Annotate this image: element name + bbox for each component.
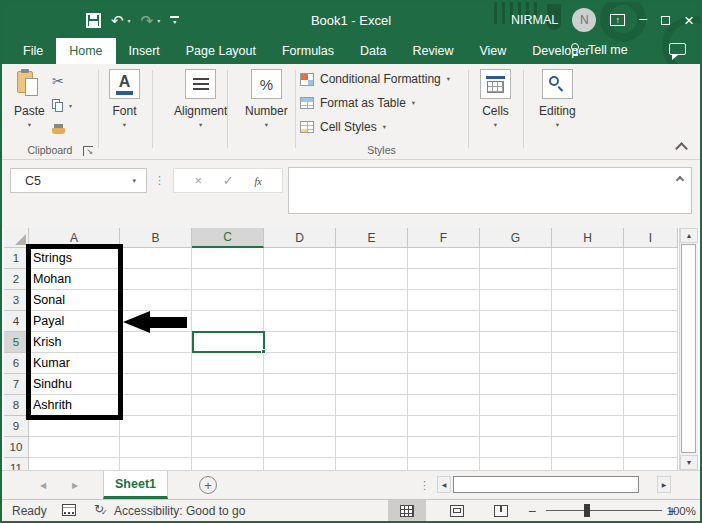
cell-H11[interactable]	[552, 458, 624, 470]
fill-handle[interactable]	[261, 349, 266, 354]
cell-H1[interactable]	[552, 248, 624, 269]
cell-G4[interactable]	[480, 311, 552, 332]
conditional-formatting-button[interactable]: Conditional Formatting▾	[300, 72, 450, 86]
cell-G5[interactable]	[480, 332, 552, 353]
format-painter-button[interactable]	[52, 118, 92, 140]
row-header-10[interactable]: 10	[4, 437, 29, 458]
cell-F4[interactable]	[408, 311, 480, 332]
cell-I4[interactable]	[624, 311, 678, 332]
cell-D9[interactable]	[264, 416, 336, 437]
cell-A11[interactable]	[29, 458, 120, 470]
cell-C4[interactable]	[192, 311, 264, 332]
number-button[interactable]: % Number ▾	[245, 69, 288, 129]
maximize-button[interactable]	[661, 16, 670, 25]
cell-I1[interactable]	[624, 248, 678, 269]
sheet-nav-left-icon[interactable]: ◀	[40, 471, 46, 499]
zoom-level[interactable]: 100%	[667, 500, 696, 521]
cell-F7[interactable]	[408, 374, 480, 395]
editing-button[interactable]: Editing ▾	[539, 69, 576, 129]
cell-B6[interactable]	[120, 353, 192, 374]
cell-H5[interactable]	[552, 332, 624, 353]
cells-button[interactable]: Cells ▾	[480, 69, 511, 129]
save-icon[interactable]	[86, 13, 101, 28]
cell-H7[interactable]	[552, 374, 624, 395]
cell-F11[interactable]	[408, 458, 480, 470]
paste-button[interactable]: Paste ▾	[14, 69, 45, 129]
tab-page-layout[interactable]: Page Layout	[173, 38, 269, 64]
cell-A10[interactable]	[29, 437, 120, 458]
cell-B2[interactable]	[120, 269, 192, 290]
cell-E4[interactable]	[336, 311, 408, 332]
macro-record-icon[interactable]	[62, 504, 76, 516]
cell-C3[interactable]	[192, 290, 264, 311]
cell-C8[interactable]	[192, 395, 264, 416]
cell-H2[interactable]	[552, 269, 624, 290]
cell-I10[interactable]	[624, 437, 678, 458]
tab-file[interactable]: File	[10, 38, 56, 64]
cell-B1[interactable]	[120, 248, 192, 269]
cell-F6[interactable]	[408, 353, 480, 374]
avatar[interactable]: N	[572, 8, 596, 32]
cell-I9[interactable]	[624, 416, 678, 437]
cell-E7[interactable]	[336, 374, 408, 395]
clipboard-dialog-launcher-icon[interactable]: ↘	[83, 146, 93, 156]
cut-button[interactable]: ✂	[52, 70, 92, 92]
cell-E2[interactable]	[336, 269, 408, 290]
cell-I6[interactable]	[624, 353, 678, 374]
cell-C6[interactable]	[192, 353, 264, 374]
cell-F10[interactable]	[408, 437, 480, 458]
cell-E6[interactable]	[336, 353, 408, 374]
insert-function-icon[interactable]: fx	[254, 173, 261, 189]
cell-I8[interactable]	[624, 395, 678, 416]
cell-E3[interactable]	[336, 290, 408, 311]
cell-styles-button[interactable]: Cell Styles▾	[300, 120, 386, 134]
cell-D4[interactable]	[264, 311, 336, 332]
tab-data[interactable]: Data	[347, 38, 399, 64]
undo-icon[interactable]: ↶	[111, 13, 124, 28]
cell-B7[interactable]	[120, 374, 192, 395]
cell-B9[interactable]	[120, 416, 192, 437]
column-header-E[interactable]: E	[336, 228, 408, 248]
page-break-view-button[interactable]	[482, 500, 520, 521]
cell-D2[interactable]	[264, 269, 336, 290]
format-as-table-button[interactable]: Format as Table▾	[300, 96, 415, 110]
accessibility-status[interactable]: Accessibility: Good to go	[114, 500, 245, 521]
cell-F9[interactable]	[408, 416, 480, 437]
tab-formulas[interactable]: Formulas	[269, 38, 347, 64]
cell-C7[interactable]	[192, 374, 264, 395]
cell-D3[interactable]	[264, 290, 336, 311]
cell-F1[interactable]	[408, 248, 480, 269]
new-sheet-button[interactable]: +	[199, 476, 217, 494]
user-name[interactable]: NIRMAL	[511, 13, 558, 27]
enter-check-icon[interactable]: ✓	[223, 174, 234, 187]
tab-home[interactable]: Home	[56, 38, 115, 64]
name-box[interactable]: C5 ▾	[10, 168, 147, 193]
scroll-right-icon[interactable]: ▶	[657, 476, 671, 493]
scrollbar-resize-handle[interactable]: ⋮	[419, 471, 430, 499]
cell-C2[interactable]	[192, 269, 264, 290]
scroll-down-icon[interactable]: ▼	[680, 455, 698, 470]
customize-quick-access-icon[interactable]: ▾	[170, 16, 179, 25]
cell-D5[interactable]	[264, 332, 336, 353]
zoom-slider-handle[interactable]	[584, 504, 590, 517]
cell-F3[interactable]	[408, 290, 480, 311]
chevron-down-icon[interactable]: ▾	[132, 177, 146, 185]
sheet-nav-right-icon[interactable]: ▶	[72, 471, 78, 499]
scroll-left-icon[interactable]: ◀	[437, 476, 451, 493]
cell-B10[interactable]	[120, 437, 192, 458]
cell-E5[interactable]	[336, 332, 408, 353]
cell-B5[interactable]	[120, 332, 192, 353]
cell-C10[interactable]	[192, 437, 264, 458]
cell-B3[interactable]	[120, 290, 192, 311]
cell-G9[interactable]	[480, 416, 552, 437]
cell-B11[interactable]	[120, 458, 192, 470]
ribbon-display-options-icon[interactable]: ↑	[610, 14, 625, 26]
cell-D11[interactable]	[264, 458, 336, 470]
cell-F5[interactable]	[408, 332, 480, 353]
cell-G1[interactable]	[480, 248, 552, 269]
cell-H6[interactable]	[552, 353, 624, 374]
cell-E11[interactable]	[336, 458, 408, 470]
tell-me[interactable]: Tell me	[570, 43, 628, 57]
cell-E9[interactable]	[336, 416, 408, 437]
copy-button[interactable]: ▾	[52, 94, 92, 116]
